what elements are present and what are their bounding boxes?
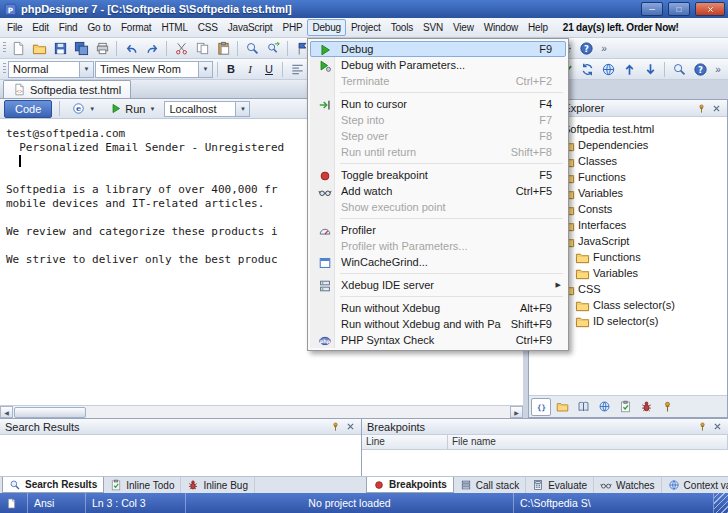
trial-notice[interactable]: 21 day(s) left. Order Now! xyxy=(563,22,679,33)
menu-item-profiler[interactable]: Profiler xyxy=(310,222,566,238)
menu-item-show-execution-point[interactable]: Show execution point xyxy=(310,199,566,215)
find-button[interactable] xyxy=(242,39,262,57)
tab-context-variables[interactable]: Context variables xyxy=(662,477,728,493)
menu-item-run-without-xdebug-and-with-parameters[interactable]: Run without Xdebug and with Parameters..… xyxy=(310,316,566,332)
menu-item-debug-with-parameters[interactable]: Debug with Parameters... xyxy=(310,57,566,73)
menu-separator xyxy=(340,218,563,219)
run-dropdown-button[interactable]: Run ▼ xyxy=(104,100,160,117)
menu-html[interactable]: HTML xyxy=(156,19,192,36)
editor-horizontal-scrollbar[interactable]: ◀ ▶ xyxy=(0,405,523,418)
menu-project[interactable]: Project xyxy=(346,19,386,36)
server-combo[interactable]: Localhost ▼ xyxy=(164,101,250,117)
resize-grip[interactable] xyxy=(714,493,728,513)
menu-item-php-syntax-check[interactable]: phpPHP Syntax CheckCtrl+F9 xyxy=(310,332,566,348)
menu-view[interactable]: View xyxy=(448,19,479,36)
menu-item-add-watch[interactable]: Add watchCtrl+F5 xyxy=(310,183,566,199)
help-button[interactable]: ? xyxy=(576,39,596,57)
menu-item-profiler-with-parameters[interactable]: Profiler with Parameters... xyxy=(310,238,566,254)
todo-tab[interactable] xyxy=(615,398,635,416)
help2-button[interactable]: ? xyxy=(690,60,710,78)
tab-search-results[interactable]: Search Results xyxy=(2,477,104,493)
pin-panel-button[interactable] xyxy=(696,103,707,114)
toolbar-overflow-button[interactable]: » xyxy=(597,39,611,57)
zoom-button[interactable] xyxy=(669,60,689,78)
menu-svn[interactable]: SVN xyxy=(418,19,448,36)
menu-item-run-to-cursor[interactable]: Run to cursorF4 xyxy=(310,96,566,112)
tab-breakpoints[interactable]: Breakpoints xyxy=(366,477,454,493)
style-combo[interactable]: Normal▼ xyxy=(8,61,94,78)
copy-button[interactable] xyxy=(192,39,212,57)
column-line[interactable]: Line xyxy=(362,435,448,449)
menu-item-terminate[interactable]: TerminateCtrl+F2 xyxy=(310,73,566,89)
print-button[interactable] xyxy=(92,39,112,57)
close-panel-button[interactable] xyxy=(712,421,723,432)
scroll-left-button[interactable]: ◀ xyxy=(0,406,13,418)
menu-item-run-without-xdebug[interactable]: Run without XdebugAlt+F9 xyxy=(310,300,566,316)
scrollbar-thumb[interactable] xyxy=(14,407,86,418)
printer-icon xyxy=(95,41,110,56)
document-tab[interactable]: <> Softpedia test.html xyxy=(3,80,131,98)
italic-button[interactable]: I xyxy=(241,60,259,78)
save-all-button[interactable] xyxy=(71,39,91,57)
code-explorer-tab[interactable]: {} xyxy=(531,398,551,416)
code-snippets-tab[interactable] xyxy=(573,398,593,416)
debug-window-tab[interactable] xyxy=(636,398,656,416)
toolbar2-overflow-button[interactable]: » xyxy=(711,60,725,78)
maximize-button[interactable]: □ xyxy=(668,2,690,16)
undo-button[interactable] xyxy=(121,39,141,57)
tab-watches[interactable]: Watches xyxy=(594,477,662,493)
project-manager-tab[interactable] xyxy=(552,398,572,416)
menu-format[interactable]: Format xyxy=(116,19,156,36)
menu-file[interactable]: File xyxy=(2,19,27,36)
close-button[interactable] xyxy=(695,2,725,16)
menu-help[interactable]: Help xyxy=(523,19,553,36)
cut-button[interactable] xyxy=(171,39,191,57)
menu-window[interactable]: Window xyxy=(479,19,523,36)
menu-javascript[interactable]: JavaScript xyxy=(223,19,278,36)
menu-item-wincachegrind[interactable]: WinCacheGrind... xyxy=(310,254,566,270)
redo-button[interactable] xyxy=(142,39,162,57)
menu-go-to[interactable]: Go to xyxy=(82,19,115,36)
code-view-button[interactable]: Code xyxy=(4,100,52,118)
column-file-name[interactable]: File name xyxy=(448,435,728,449)
bold-button[interactable]: B xyxy=(222,60,240,78)
open-file-button[interactable] xyxy=(29,39,49,57)
browser-select-dropdown[interactable]: e▼ xyxy=(67,100,100,117)
menu-php[interactable]: PHP xyxy=(277,19,307,36)
sync-button[interactable] xyxy=(577,60,597,78)
menu-tools[interactable]: Tools xyxy=(386,19,418,36)
download-button[interactable] xyxy=(640,60,660,78)
close-panel-button[interactable] xyxy=(711,103,722,114)
menu-find[interactable]: Find xyxy=(54,19,83,36)
menu-item-run-until-return[interactable]: Run until returnShift+F8 xyxy=(310,144,566,160)
new-file-button[interactable] xyxy=(8,39,28,57)
tab-evaluate[interactable]: Evaluate xyxy=(526,477,594,493)
pin-panel-button[interactable] xyxy=(330,421,341,432)
tab-inline-todo[interactable]: Inline Todo xyxy=(104,477,181,493)
menu-item-debug[interactable]: DebugF9 xyxy=(310,41,566,57)
close-panel-button[interactable] xyxy=(345,421,356,432)
paste-button[interactable] xyxy=(213,39,233,57)
menu-edit[interactable]: Edit xyxy=(27,19,53,36)
tab-inline-bug[interactable]: Inline Bug xyxy=(181,477,254,493)
pin-panel-button[interactable] xyxy=(697,421,708,432)
tab-call-stack[interactable]: Call stack xyxy=(454,477,526,493)
menu-debug[interactable]: Debug xyxy=(307,19,345,36)
browser-button[interactable] xyxy=(598,60,618,78)
replace-button[interactable] xyxy=(263,39,283,57)
font-combo[interactable]: Times New Rom▼ xyxy=(95,61,213,78)
menu-item-step-into[interactable]: Step intoF7 xyxy=(310,112,566,128)
minimize-button[interactable]: ─ xyxy=(641,2,663,16)
menu-item-toggle-breakpoint[interactable]: Toggle breakpointF5 xyxy=(310,167,566,183)
menu-css[interactable]: CSS xyxy=(193,19,223,36)
align-left-button[interactable] xyxy=(287,60,307,78)
menu-item-xdebug-ide-server[interactable]: Xdebug IDE server▶ xyxy=(310,277,566,293)
ftp-tab[interactable] xyxy=(594,398,614,416)
pin-tab[interactable] xyxy=(657,398,677,416)
upload-button[interactable] xyxy=(619,60,639,78)
underline-button[interactable]: U xyxy=(260,60,278,78)
scroll-right-button[interactable]: ▶ xyxy=(510,406,523,418)
menu-item-step-over[interactable]: Step overF8 xyxy=(310,128,566,144)
save-button[interactable] xyxy=(50,39,70,57)
help-icon: ? xyxy=(693,62,708,77)
